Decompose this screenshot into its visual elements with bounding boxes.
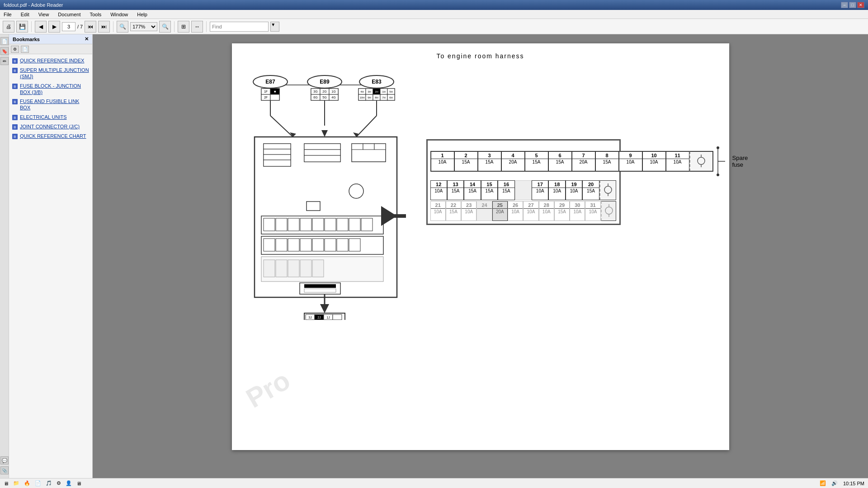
svg-rect-101: [300, 239, 311, 251]
minimize-button[interactable]: –: [841, 2, 848, 8]
zoom-select[interactable]: 177% 100% 150% 200%: [130, 22, 157, 31]
svg-text:B: B: [14, 69, 16, 73]
pages-icon-button[interactable]: 📄: [0, 37, 9, 45]
bookmark-item-quick-chart[interactable]: B QUICK REFERENCE CHART: [11, 131, 90, 141]
annotations-icon-button[interactable]: ✏: [0, 57, 9, 65]
sidebar-options-button[interactable]: ⚙: [11, 46, 19, 53]
find-input[interactable]: [210, 22, 269, 32]
bookmark-label-1: QUICK REFERENCE INDEX: [20, 57, 84, 64]
svg-text:4H: 4H: [360, 90, 364, 93]
first-page-button[interactable]: ⏮: [85, 21, 96, 33]
statusbar-icon-4: 📄: [35, 480, 41, 486]
last-page-button[interactable]: ⏭: [98, 21, 110, 33]
svg-text:6H: 6H: [389, 96, 393, 99]
bookmark-list: B QUICK REFERENCE INDEX B SUPER MULTIPLE…: [9, 54, 92, 143]
svg-rect-110: [300, 260, 311, 277]
svg-rect-96: [361, 218, 373, 231]
toolbar-separator-3: [174, 21, 175, 32]
watermark: Pro: [241, 365, 295, 414]
bookmarks-icon-button[interactable]: 🔖: [0, 47, 9, 55]
statusbar: 🖥 📁 🔥 📄 🎵 ⚙ 👤 🖥 📶 🔊 10:15 PM: [0, 478, 868, 488]
pdf-page: Pro To engine room harness E87: [232, 43, 729, 450]
fuse-31: 3110A: [585, 201, 600, 221]
svg-rect-98: [264, 239, 275, 251]
next-page-button[interactable]: ▶: [48, 21, 60, 33]
svg-rect-75: [264, 155, 291, 160]
page-number-input[interactable]: [62, 22, 75, 31]
bookmark-item-quick-ref[interactable]: B QUICK REFERENCE INDEX: [11, 56, 90, 66]
page-of-label: / 7: [77, 24, 83, 29]
print-button[interactable]: 🖨: [3, 21, 14, 33]
svg-text:9H: 9H: [368, 96, 371, 99]
bookmark-icon-1: B: [12, 58, 18, 64]
svg-point-143: [717, 174, 719, 176]
content-area: Pro To engine room harness E87: [93, 34, 868, 478]
main-area: 📄 🔖 ✏ 💬 📎 Bookmarks ✕ ⚙ 📄 B QUICK REFERE…: [0, 34, 868, 478]
bookmark-label-5: ELECTRICAL UNITS: [20, 114, 67, 120]
fuse-row-1: 110A 215A 315A 420A 515A 615A 720A 815A …: [430, 151, 713, 172]
sidebar-tools: ⚙ 📄: [9, 44, 92, 54]
maximize-button[interactable]: □: [849, 2, 856, 8]
sidebar-expand-button[interactable]: 📄: [21, 46, 29, 53]
fuse-22: 2215A: [446, 201, 461, 221]
fuse-section: 110A 215A 315A 420A 515A 615A 720A 815A …: [426, 139, 621, 225]
bookmark-item-joint-connector[interactable]: B JOINT CONNECTOR (J/C): [11, 122, 90, 131]
fit-page-button[interactable]: ⊞: [178, 21, 189, 33]
bookmark-label-4: FUSE AND FUSIBLE LINK BOX: [20, 98, 90, 111]
fuse-10: 1010A: [642, 151, 666, 171]
bookmark-item-electrical[interactable]: B ELECTRICAL UNITS: [11, 113, 90, 122]
bookmark-icon-5: B: [12, 114, 18, 121]
fuse-3: 315A: [478, 151, 501, 171]
fuse-25: 2520A: [492, 201, 508, 221]
svg-line-69: [356, 116, 377, 137]
bookmark-item-fuse-block[interactable]: B FUSE BLOCK - JUNCTION BOX (3/B): [11, 81, 90, 97]
bookmark-label-3: FUSE BLOCK - JUNCTION BOX (3/B): [20, 83, 90, 96]
fuse-27: 2710A: [523, 201, 538, 221]
bookmark-item-fuse-fusible[interactable]: B FUSE AND FUSIBLE LINK BOX: [11, 97, 90, 113]
fuse-30: 3010A: [570, 201, 585, 221]
prev-page-button[interactable]: ◀: [35, 21, 47, 33]
fuse-13: 1315A: [447, 180, 464, 200]
fuse-21: 2110A: [430, 201, 446, 221]
zoom-out-button[interactable]: 🔍: [117, 21, 128, 33]
menu-tools[interactable]: Tools: [88, 11, 104, 18]
sidebar-close-button[interactable]: ✕: [85, 36, 89, 42]
svg-text:4G: 4G: [331, 96, 335, 99]
statusbar-icon-3: 🔥: [24, 480, 30, 486]
find-button[interactable]: ▼: [270, 22, 279, 32]
svg-rect-25: [270, 94, 279, 100]
fit-width-button[interactable]: ↔: [191, 21, 203, 33]
menu-view[interactable]: View: [37, 11, 51, 18]
comment-icon-button[interactable]: 💬: [0, 456, 9, 465]
svg-rect-95: [349, 218, 360, 231]
svg-marker-67: [321, 130, 328, 137]
zoom-in-button[interactable]: 🔍: [159, 21, 171, 33]
fuse-14: 1415A: [464, 180, 481, 200]
svg-rect-80: [304, 155, 340, 162]
svg-text:6G: 6G: [313, 96, 317, 99]
menu-edit[interactable]: Edit: [19, 11, 31, 18]
close-button[interactable]: ✕: [857, 2, 864, 8]
bookmark-label-6: JOINT CONNECTOR (J/C): [20, 123, 80, 130]
svg-point-85: [349, 184, 363, 198]
statusbar-icon-5: 🎵: [46, 480, 52, 486]
svg-text:2J: 2J: [317, 316, 321, 319]
fuse-empty-r2: [515, 180, 532, 200]
network-icon: 📶: [820, 480, 826, 486]
menu-file[interactable]: File: [2, 11, 14, 18]
svg-rect-99: [276, 239, 287, 251]
toolbar: 🖨 💾 ◀ ▶ / 7 ⏮ ⏭ 🔍 177% 100% 150% 200% 🔍 …: [0, 19, 868, 34]
svg-rect-102: [312, 239, 324, 251]
fuse-18: 1810A: [548, 180, 565, 200]
junction-box-diagram: E87 E89 E83: [241, 67, 413, 321]
svg-rect-88: [264, 218, 275, 231]
menu-window[interactable]: Window: [108, 11, 130, 18]
svg-rect-73: [264, 144, 291, 149]
menu-help[interactable]: Help: [135, 11, 149, 18]
attach-icon-button[interactable]: 📎: [0, 466, 9, 474]
bookmark-item-smj[interactable]: B SUPER MULTIPLE JUNCTION (SMJ): [11, 66, 90, 81]
save-button[interactable]: 💾: [16, 21, 28, 33]
menu-document[interactable]: Document: [56, 11, 82, 18]
svg-rect-111: [312, 260, 324, 277]
fuse-29: 2915A: [554, 201, 570, 221]
